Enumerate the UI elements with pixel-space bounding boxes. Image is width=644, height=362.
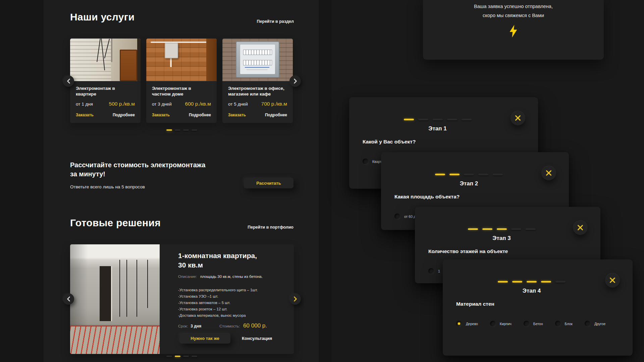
radio-button[interactable]	[555, 321, 561, 326]
consultation-button[interactable]: Консультация	[242, 336, 272, 341]
order-button[interactable]: Заказать	[228, 113, 246, 117]
success-message-line1: Ваша заявка успешно отправлена,	[423, 2, 604, 11]
work-list-item: -Доставка материалов, вынос мусора	[178, 312, 258, 319]
services-title: Наши услуги	[70, 11, 135, 23]
radio-option[interactable]: Дерево	[456, 321, 478, 326]
close-icon	[514, 114, 522, 122]
services-section-link[interactable]: Перейти в раздел	[257, 19, 294, 24]
chevron-left-icon	[67, 296, 70, 302]
radio-option[interactable]: Кирпич	[490, 321, 512, 326]
step-progress-bar	[498, 281, 566, 283]
close-button[interactable]	[541, 166, 556, 180]
radio-button[interactable]	[394, 214, 400, 219]
service-title: Электромонтаж в частном доме	[152, 85, 211, 100]
close-button[interactable]	[511, 111, 525, 125]
need-same-button[interactable]: Нужно так же	[179, 333, 230, 344]
radio-option[interactable]: Другое	[585, 321, 605, 326]
pagination-dash[interactable]	[175, 129, 180, 131]
step-options: от 60 до	[394, 214, 418, 219]
close-button[interactable]	[605, 273, 620, 288]
pagination-dash[interactable]	[192, 129, 197, 131]
success-notification: Ваша заявка успешно отправлена, скоро мы…	[423, 0, 604, 60]
pagination-dash[interactable]	[192, 356, 197, 357]
pagination-dash[interactable]	[183, 129, 189, 131]
chevron-right-icon	[293, 296, 297, 302]
radio-button[interactable]	[456, 321, 462, 326]
radio-button[interactable]	[363, 159, 368, 164]
step-progress-bar	[468, 228, 536, 230]
step-options: 1	[428, 268, 440, 274]
lightning-bolt-icon	[510, 25, 517, 38]
service-title: Электромонтаж в квартире	[76, 85, 135, 100]
details-button[interactable]: Подробнее	[265, 113, 287, 117]
calculator-title: Рассчитайте стоимость электромонтажа за …	[70, 161, 205, 179]
step-options: Дерево Кирпич Бетон Блок Другое	[456, 321, 605, 326]
portfolio-description-row: Описание:площадь 30 кв.м, стены из бетон…	[178, 275, 263, 279]
service-price: 600 р./кв.м	[185, 101, 211, 107]
portfolio-item-title: 1-комнатная квартира, 30 кв.м	[178, 251, 257, 270]
order-button[interactable]: Заказать	[152, 113, 170, 117]
radio-label: Дерево	[466, 322, 478, 326]
portfolio-title: Готовые решения	[70, 217, 161, 229]
service-price: 700 р./кв.м	[261, 101, 287, 107]
radio-label: Бетон	[533, 322, 543, 326]
radio-button[interactable]	[490, 321, 496, 326]
radio-label: 1	[438, 269, 440, 273]
portfolio-actions: Нужно так же Консультация	[179, 333, 272, 344]
cost-label: Стоимость:	[219, 324, 240, 328]
step-modal-4: Этап 4 Материал стен Дерево Кирпич Бетон…	[443, 259, 633, 356]
step-progress-bar	[404, 119, 472, 120]
close-icon	[577, 224, 584, 231]
service-card-house: Электромонтаж в частном доме от 3 дней 6…	[146, 39, 217, 123]
portfolio-next-arrow[interactable]	[289, 293, 301, 305]
details-button[interactable]: Подробнее	[189, 113, 211, 117]
work-list-item: -Установка распределительного щита – 1шт…	[178, 287, 258, 293]
close-button[interactable]	[573, 220, 588, 235]
service-card-office: Электромонтаж в офисе, магазине или кафе…	[222, 39, 293, 123]
portfolio-meta-row: Срок: 3 дня Стоимость: 60 000 р.	[178, 322, 267, 329]
services-next-arrow[interactable]	[289, 75, 301, 87]
services-pagination	[166, 129, 197, 131]
radio-button[interactable]	[585, 321, 590, 326]
service-photo-office	[222, 39, 293, 81]
service-photo-house	[146, 39, 217, 81]
portfolio-item-title-line2: 30 кв.м	[178, 260, 257, 270]
service-title: Электромонтаж в офисе, магазине или кафе	[228, 85, 287, 100]
chevron-right-icon	[293, 78, 297, 84]
radio-option[interactable]: Бетон	[524, 321, 543, 326]
portfolio-section-link[interactable]: Перейти в портфолио	[248, 225, 293, 230]
term-label: Срок:	[178, 324, 188, 328]
portfolio-work-list: -Установка распределительного щита – 1шт…	[178, 287, 258, 319]
portfolio-pagination	[166, 356, 197, 357]
step-question: Количество этажей на объекте	[428, 248, 508, 254]
radio-label: Кирпич	[500, 322, 512, 326]
order-button[interactable]: Заказать	[76, 113, 94, 117]
radio-option[interactable]: от 60 до	[394, 214, 418, 219]
calculator-title-line1: Рассчитайте стоимость электромонтажа	[70, 161, 205, 170]
pagination-dash[interactable]	[183, 356, 189, 357]
step-progress-bar	[435, 174, 503, 175]
pagination-dash[interactable]	[166, 356, 172, 357]
calculator-title-line2: за минуту!	[70, 170, 205, 179]
pagination-dash[interactable]	[175, 356, 180, 357]
portfolio-prev-arrow[interactable]	[63, 293, 74, 305]
details-button[interactable]: Подробнее	[113, 113, 135, 117]
services-carousel: Электромонтаж в квартире от 1 дня 500 р.…	[70, 39, 293, 123]
service-photo-apartment	[70, 39, 141, 81]
radio-option[interactable]: 1	[428, 268, 440, 274]
radio-button[interactable]	[428, 268, 434, 274]
step-label: Этап 3	[409, 235, 594, 242]
radio-label: Другое	[594, 322, 605, 326]
success-message: Ваша заявка успешно отправлена, скоро мы…	[423, 2, 604, 20]
pagination-dash[interactable]	[166, 129, 172, 131]
term-value: 3 дня	[191, 324, 201, 328]
service-duration: от 5 дней	[228, 102, 248, 107]
service-card-apartment: Электромонтаж в квартире от 1 дня 500 р.…	[70, 39, 141, 123]
calculate-button[interactable]: Рассчитать	[244, 178, 293, 188]
step-question: Какая площадь объекта?	[394, 194, 460, 200]
services-prev-arrow[interactable]	[63, 75, 74, 87]
radio-button[interactable]	[524, 321, 529, 326]
calculator-subtitle: Ответьте всего лишь на 5 вопросов	[70, 184, 145, 189]
radio-option[interactable]: Блок	[555, 321, 573, 326]
step-label: Этап 2	[375, 180, 563, 187]
